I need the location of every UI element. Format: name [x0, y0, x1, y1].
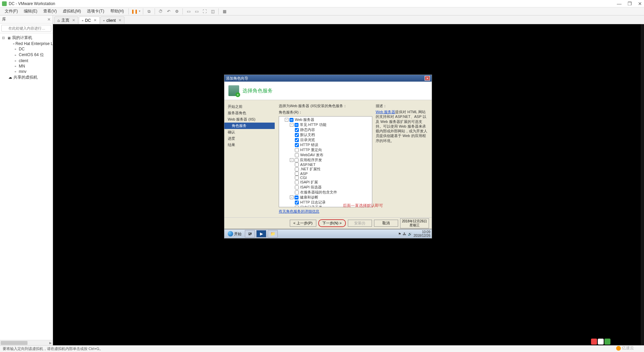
service-row[interactable]: ASP: [280, 172, 371, 176]
service-row[interactable]: CGI: [280, 176, 371, 180]
service-checkbox[interactable]: [295, 148, 299, 152]
tree-shared-vms[interactable]: ☁共享的虚拟机: [1, 74, 52, 81]
service-row[interactable]: 默认文档: [280, 132, 371, 137]
tray-sound-icon[interactable]: 🔊: [408, 232, 412, 236]
expander-icon[interactable]: ⊟: [1, 36, 5, 40]
services-listbox[interactable]: -Web 服务器-常见 HTTP 功能静态内容默认文档目录浏览HTTP 错误HT…: [279, 116, 372, 207]
service-checkbox[interactable]: [294, 123, 299, 127]
dropdown-icon[interactable]: ▼: [138, 10, 141, 13]
service-checkbox[interactable]: [294, 158, 299, 162]
service-checkbox[interactable]: [295, 143, 299, 147]
tab-client[interactable]: ▫ client ✕: [100, 16, 124, 24]
tray-clock[interactable]: 10:09 2018/12/26: [414, 230, 430, 237]
tab-dc[interactable]: ▫ DC ✕: [79, 16, 100, 24]
service-checkbox[interactable]: [295, 180, 299, 184]
search-input[interactable]: [1, 25, 51, 32]
step-role-services[interactable]: 角色服务: [224, 123, 275, 129]
step-confirm[interactable]: 确认: [224, 129, 275, 135]
service-row[interactable]: .NET 扩展性: [280, 167, 371, 172]
detail-link[interactable]: 有关角色服务的详细信息: [279, 209, 372, 214]
tray-network-icon[interactable]: 🖧: [403, 232, 406, 236]
desc-link[interactable]: Web 服务器: [376, 110, 395, 114]
tray-icon[interactable]: [598, 339, 604, 345]
sidebar-scrollbar[interactable]: ◀ ▶: [0, 340, 53, 345]
view-thumbnail-button[interactable]: ▭: [185, 8, 192, 15]
taskbar-powershell[interactable]: ▶: [256, 230, 266, 237]
service-row[interactable]: -常见 HTTP 功能: [280, 122, 371, 127]
vm-console[interactable]: 添加角色向导 ✕ 选择角色服务 开始之前 服务器角色 Web 服务器 (IIS)…: [53, 24, 644, 345]
pause-button[interactable]: ❚❚: [131, 8, 138, 15]
scroll-thumb[interactable]: [1, 341, 28, 345]
guest-close-button[interactable]: ✕: [425, 76, 430, 81]
step-results[interactable]: 结果: [224, 142, 275, 148]
service-row[interactable]: ASP.NET: [280, 163, 371, 167]
tree-item-centos[interactable]: ▫CentOS 64 位: [1, 52, 52, 58]
tray-icon[interactable]: [591, 339, 597, 345]
tree-item-dc[interactable]: ▫DC: [1, 46, 52, 52]
menu-help[interactable]: 帮助(H): [108, 8, 127, 15]
service-checkbox[interactable]: [295, 172, 299, 176]
view-library-button[interactable]: ▦: [221, 8, 228, 15]
menu-file[interactable]: 文件(F): [2, 8, 20, 15]
tree-item-mn[interactable]: ▫MN: [1, 63, 52, 69]
cancel-button[interactable]: 取消: [374, 220, 398, 227]
service-checkbox[interactable]: [295, 190, 299, 194]
expander-icon[interactable]: -: [285, 118, 288, 122]
minimize-button[interactable]: —: [617, 1, 622, 6]
tree-root-mycomputer[interactable]: ⊟ 🖥 我的计算机: [1, 35, 52, 41]
tab-close-button[interactable]: ✕: [94, 18, 97, 23]
service-checkbox[interactable]: [295, 133, 299, 137]
service-row[interactable]: HTTP 重定向: [280, 147, 371, 152]
tree-item-mnv[interactable]: ▫mnv: [1, 69, 52, 74]
service-row[interactable]: ISAPI 扩展: [280, 180, 371, 185]
service-checkbox[interactable]: [295, 163, 299, 167]
service-row[interactable]: WebDAV 发布: [280, 152, 371, 158]
view-fullscreen-button[interactable]: ⛶: [201, 8, 208, 15]
service-checkbox[interactable]: [295, 185, 299, 189]
service-checkbox[interactable]: [294, 195, 299, 200]
view-console-button[interactable]: ▭: [193, 8, 200, 15]
service-checkbox[interactable]: [295, 176, 299, 180]
service-row[interactable]: 在服务器端的包含文件: [280, 190, 371, 195]
step-progress[interactable]: 进度: [224, 135, 275, 142]
step-server-roles[interactable]: 服务器角色: [224, 110, 275, 116]
tab-close-button[interactable]: ✕: [72, 18, 75, 23]
service-checkbox[interactable]: [295, 153, 299, 157]
start-button[interactable]: 开始: [226, 230, 244, 237]
taskbar-server-manager[interactable]: 🖳: [245, 230, 255, 237]
expander-icon[interactable]: -: [290, 158, 293, 162]
tab-home[interactable]: ⌂ 主页 ✕: [54, 16, 78, 24]
service-checkbox[interactable]: [295, 201, 299, 205]
maximize-button[interactable]: ❐: [628, 1, 632, 6]
tab-close-button[interactable]: ✕: [118, 18, 121, 23]
service-checkbox[interactable]: [295, 206, 299, 208]
scroll-right-icon[interactable]: ▶: [48, 340, 53, 346]
snapshot-revert-button[interactable]: ↶: [165, 8, 172, 15]
tray-icon[interactable]: [604, 339, 610, 345]
menu-view[interactable]: 查看(V): [41, 8, 59, 15]
expander-icon[interactable]: -: [290, 195, 293, 199]
taskbar-explorer[interactable]: 📁: [268, 230, 278, 237]
service-row[interactable]: ISAPI 筛选器: [280, 185, 371, 190]
service-checkbox[interactable]: [295, 128, 299, 132]
step-iis[interactable]: Web 服务器 (IIS): [224, 116, 275, 123]
snapshot-button[interactable]: ⧉: [146, 8, 152, 15]
snapshot-take-button[interactable]: ⏱: [157, 8, 164, 15]
service-row[interactable]: -健康和诊断: [280, 195, 371, 200]
menu-edit[interactable]: 编辑(E): [21, 8, 40, 15]
vm-scrollbar[interactable]: [641, 24, 644, 345]
service-row[interactable]: 目录浏览: [280, 137, 371, 142]
step-before-begin[interactable]: 开始之前: [224, 103, 275, 110]
menu-vm[interactable]: 虚拟机(M): [60, 8, 84, 15]
view-unity-button[interactable]: ◫: [209, 8, 216, 15]
service-row[interactable]: -Web 服务器: [280, 117, 371, 122]
prev-button[interactable]: < 上一步(P): [290, 220, 316, 227]
tray-flag-icon[interactable]: ⚑: [398, 232, 401, 236]
close-button[interactable]: ✕: [638, 1, 642, 6]
service-row[interactable]: -应用程序开发: [280, 158, 371, 163]
service-checkbox[interactable]: [295, 167, 299, 171]
sidebar-close-button[interactable]: ✕: [47, 17, 51, 22]
service-row[interactable]: 静态内容: [280, 127, 371, 132]
tree-item-rhel[interactable]: ▫Red Hat Enterprise L: [1, 41, 52, 46]
next-button[interactable]: 下一步(N) >: [318, 219, 346, 227]
